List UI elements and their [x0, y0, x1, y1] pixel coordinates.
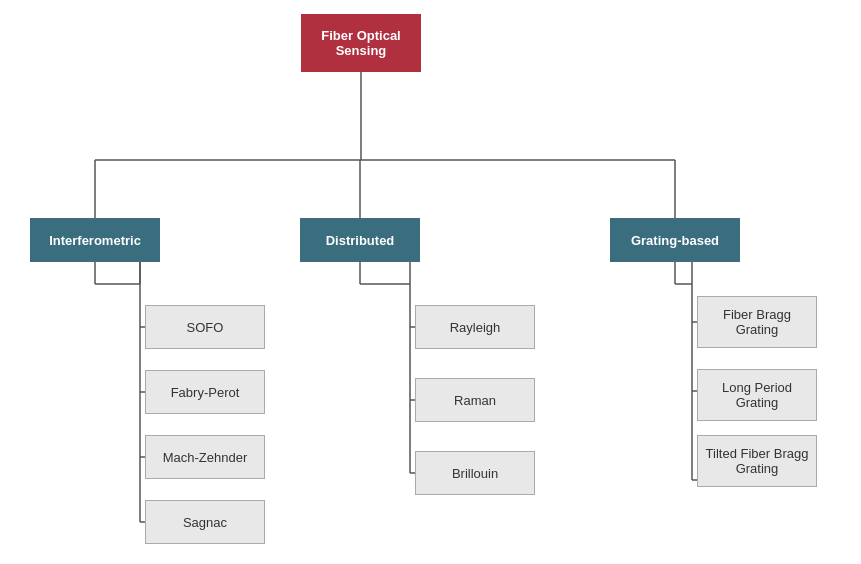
mach-zehnder-node: Mach-Zehnder	[145, 435, 265, 479]
interferometric-node: Interferometric	[30, 218, 160, 262]
mach-zehnder-label: Mach-Zehnder	[163, 450, 248, 465]
sagnac-label: Sagnac	[183, 515, 227, 530]
rayleigh-label: Rayleigh	[450, 320, 501, 335]
grating-node: Grating-based	[610, 218, 740, 262]
interferometric-label: Interferometric	[49, 233, 141, 248]
lpg-label: Long PeriodGrating	[722, 380, 792, 410]
grating-label: Grating-based	[631, 233, 719, 248]
fbg-label: Fiber BraggGrating	[723, 307, 791, 337]
root-label: Fiber Optical Sensing	[301, 28, 421, 58]
fabry-perot-label: Fabry-Perot	[171, 385, 240, 400]
sagnac-node: Sagnac	[145, 500, 265, 544]
sofo-label: SOFO	[187, 320, 224, 335]
lpg-node: Long PeriodGrating	[697, 369, 817, 421]
sofo-node: SOFO	[145, 305, 265, 349]
fabry-perot-node: Fabry-Perot	[145, 370, 265, 414]
brillouin-node: Brillouin	[415, 451, 535, 495]
fbg-node: Fiber BraggGrating	[697, 296, 817, 348]
tfbg-label: Tilted Fiber BraggGrating	[706, 446, 809, 476]
brillouin-label: Brillouin	[452, 466, 498, 481]
raman-node: Raman	[415, 378, 535, 422]
tfbg-node: Tilted Fiber BraggGrating	[697, 435, 817, 487]
distributed-label: Distributed	[326, 233, 395, 248]
diagram-container: Fiber Optical Sensing Interferometric Di…	[0, 0, 861, 564]
raman-label: Raman	[454, 393, 496, 408]
root-node: Fiber Optical Sensing	[301, 14, 421, 72]
rayleigh-node: Rayleigh	[415, 305, 535, 349]
distributed-node: Distributed	[300, 218, 420, 262]
